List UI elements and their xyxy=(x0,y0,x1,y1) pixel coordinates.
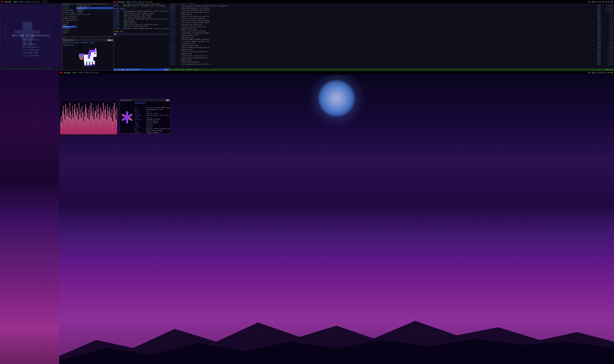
git-main-content: Head: main Fixed all screenshots to be o… xyxy=(114,2,614,71)
filemgr-item[interactable]: ald-hope xyxy=(62,5,76,7)
filemgr-item[interactable]: selenized-dark xyxy=(62,9,76,11)
git-log-row[interactable]: 4090184•Ranger dnd optimization + qb fil… xyxy=(170,7,614,9)
browser-subtitle: Tech Profile xyxy=(0,38,62,41)
filemgr-file[interactable]: README.md xyxy=(77,9,113,11)
svg-rect-31 xyxy=(95,53,95,53)
git-log-row[interactable]: c00b513•Cleaned up magit configEmmet1 we… xyxy=(170,34,614,36)
git-log-row[interactable]: d286aa8•Updated systemEmmet1 day xyxy=(170,13,614,15)
git-log-row[interactable]: b08014d•Updated pyplandEmmet2 weeks xyxy=(170,49,614,51)
log-time: 1 week xyxy=(604,30,613,32)
git-log-row[interactable]: cefd230•Updated uwunicorn themeEmmet1 we… xyxy=(170,44,614,46)
git-commit-row[interactable]: 4a06bf0Fixes recent qutebrowser update i… xyxy=(114,16,169,18)
git-log-row[interactable]: 3a8f6e5•Transitioned to flatpak obs for … xyxy=(170,55,614,57)
filemgr-item[interactable]: fr-lockselenized-light xyxy=(62,13,76,15)
git-commit-row[interactable]: 2774c0cExtra lines to ensure flakes work xyxy=(114,26,169,27)
filemgr-file[interactable]: background256.txt xyxy=(77,5,113,7)
git-commit-row[interactable]: 8700c08Fixes flake not building when fla… xyxy=(114,18,169,20)
filemgr-item[interactable]: system xyxy=(62,7,76,9)
log-msg: Improved comment on agenda syncthing B..… xyxy=(182,39,597,40)
log-author: Emmet xyxy=(597,47,603,48)
app-label-bottom: Youtube xyxy=(63,72,71,74)
log-hash: b08014d xyxy=(170,49,179,50)
commit-message: Testing if auto-cpufreq is system freeze… xyxy=(124,24,169,25)
window-control-2[interactable] xyxy=(44,1,46,3)
git-log-row[interactable]: 17c4f5b•Extra detail on adding unstable … xyxy=(170,22,614,24)
git-log-row[interactable]: 0371306•Fixes youtube hyprprofileEmmet3 … xyxy=(170,61,614,63)
git-log-row[interactable]: 5a94da4•Updated systemEmmet2 weeks xyxy=(170,53,614,55)
statusbar-top-right: Youtube 100% ● 59% ● 100% ● 1% ● 11% Sat… xyxy=(113,0,614,3)
svg-point-49 xyxy=(309,138,309,138)
svg-point-38 xyxy=(142,89,143,89)
visualizer-bar xyxy=(77,111,78,134)
visualizer-bar xyxy=(95,113,95,135)
neofetch-key: Theme: xyxy=(135,122,146,124)
svg-rect-23 xyxy=(87,65,89,66)
svg-rect-28 xyxy=(79,57,83,58)
log-time: 2 weeks xyxy=(604,49,613,50)
commit-message: Fixes flake not building when flake.nix … xyxy=(124,18,169,20)
log-author: Emmet xyxy=(597,40,603,42)
git-log-row[interactable]: 8c750ac•Updated install notesEmmet1 week xyxy=(170,28,614,30)
git-commit-row[interactable]: a265da0Reverted to original uwunicorn wa… xyxy=(114,27,169,29)
log-author: Emmet xyxy=(597,22,603,23)
git-log-row[interactable]: 4b0c38a•Fixes recent qutebrowser update … xyxy=(170,9,614,11)
log-bullet: • xyxy=(180,61,181,63)
log-author: Emmet xyxy=(597,39,603,40)
git-log-row[interactable]: e4e563c•Updated uwunicorn theme wallpape… xyxy=(170,57,614,59)
git-log-row[interactable]: 3774c0c•Extra lines to ensure flakes wor… xyxy=(170,17,614,19)
git-log-row[interactable]: d3f3901•Fixes org agenda following roam … xyxy=(170,63,614,65)
git-log-row[interactable]: 79af21c•Added magit-todosEmmet1 week xyxy=(170,36,614,38)
git-commit-row[interactable]: 953f7d2Testing if auto-cpufreq is system… xyxy=(114,24,169,26)
git-log-row[interactable]: a265da0•Reverted to original uwunicorn w… xyxy=(170,19,614,22)
git-commit-row[interactable]: a95dd60Removed some bloat xyxy=(114,22,169,24)
git-commit-row[interactable]: ef0c58aSwitching back to gh as screensho… xyxy=(114,12,169,14)
filemgr-item[interactable]: woodland xyxy=(62,30,76,32)
git-log-row[interactable]: e50f050•Trying some new power optimizati… xyxy=(170,51,614,53)
filemgr-item-active[interactable]: uwunicorn xyxy=(62,26,76,28)
git-log-row[interactable]: b65f2a1•Fixes flake not building when fl… xyxy=(170,11,614,13)
filemgr-item[interactable]: windows-95 xyxy=(62,28,76,30)
nav-search[interactable]: [o] [Search] xyxy=(0,43,62,46)
nav-newtab[interactable]: [t] [New tab] xyxy=(0,52,62,54)
filemgr-item[interactable]: RE-.orgtomorrow-night xyxy=(62,19,76,22)
git-commit-row[interactable]: bbd2003Updated system xyxy=(114,20,169,22)
git-log-row[interactable]: b3c77d0•Updated systemEmmet3 weeks xyxy=(170,59,614,61)
window-control-3[interactable] xyxy=(46,1,48,3)
filemgr-item[interactable]: ubuntu xyxy=(62,24,76,26)
visualizer-bar xyxy=(62,123,62,135)
filemgr-item[interactable]: zenburn xyxy=(62,32,76,34)
window-control-1[interactable] xyxy=(42,1,44,3)
git-commit-row[interactable]: 748a809Ranger dnd optimization + qb file… xyxy=(114,14,169,16)
filemgr-item[interactable]: lr-.nixspacedusk xyxy=(62,15,76,17)
git-log-row[interactable]: f5c1b30•Fixes qemu user session uefiEmme… xyxy=(170,24,614,26)
visualizer-bar xyxy=(72,106,73,135)
git-log-row[interactable]: 5a6b019•Pinned embark and reorganized pa… xyxy=(170,32,614,34)
git-commit-row[interactable]: dee0888main gitea/main gitlab/main githu… xyxy=(114,10,169,12)
filemgr-file-active[interactable]: polarity.txt xyxy=(77,7,113,9)
filemgr-file[interactable]: LICENSE xyxy=(77,11,113,13)
nav-closetab[interactable]: [x] [Close tab] xyxy=(0,54,62,57)
filemgr-item[interactable]: LICENSEgruvbox-dirt xyxy=(62,17,76,19)
git-log-row[interactable]: 4f9c2ab•main gitea/main gitlab/main gith… xyxy=(170,5,614,7)
browser-title: Welcome to Qutebrowser xyxy=(0,34,62,37)
filemgr-file[interactable]: uwunicorn-yt.yaml xyxy=(77,13,113,15)
filemgr-status-text: drew-yt: 1 emmet users 5 2023-11-04 14:0… xyxy=(63,36,113,39)
log-author: Emmet xyxy=(597,9,603,11)
git-log-row[interactable]: 770944e•Fix for nix parser on install.or… xyxy=(170,26,614,28)
git-log-row[interactable]: 5af93d2•Testing if auto-cpufreq is syste… xyxy=(170,15,614,17)
nav-quickmarks[interactable]: [b] [Quickmarks] xyxy=(0,46,62,49)
nav-history[interactable]: [S-h] [History] xyxy=(0,49,62,52)
svg-rect-12 xyxy=(25,27,30,28)
git-log-row[interactable]: b0da370•Fixes for waybar and patched cus… xyxy=(170,46,614,49)
git-log-row[interactable]: 1d47f1b•Getting rid of some electron pkg… xyxy=(170,30,614,32)
log-hash: 79af21c xyxy=(170,36,179,38)
git-log-row[interactable]: e011f2b•Improved comment on agenda synct… xyxy=(170,38,614,40)
git-log-row[interactable]: e1c7253•I finally got agenda + syncthing… xyxy=(170,40,614,42)
filemgr-item[interactable]: twilight xyxy=(62,22,76,24)
log-time: 1 week xyxy=(604,39,613,40)
git-log-row[interactable]: df4eee8•3d printing is coolEmmet1 week xyxy=(170,42,614,44)
filemgr-item[interactable]: selenized-light xyxy=(62,11,76,13)
pokemon-window: emmet@snowfire:~ pokemon-colorscripts -n… xyxy=(62,39,113,70)
app-label-right: Youtube xyxy=(116,1,125,3)
filemgr-statusbar: drew-yt: 1 emmet users 5 2023-11-04 14:0… xyxy=(62,37,113,39)
